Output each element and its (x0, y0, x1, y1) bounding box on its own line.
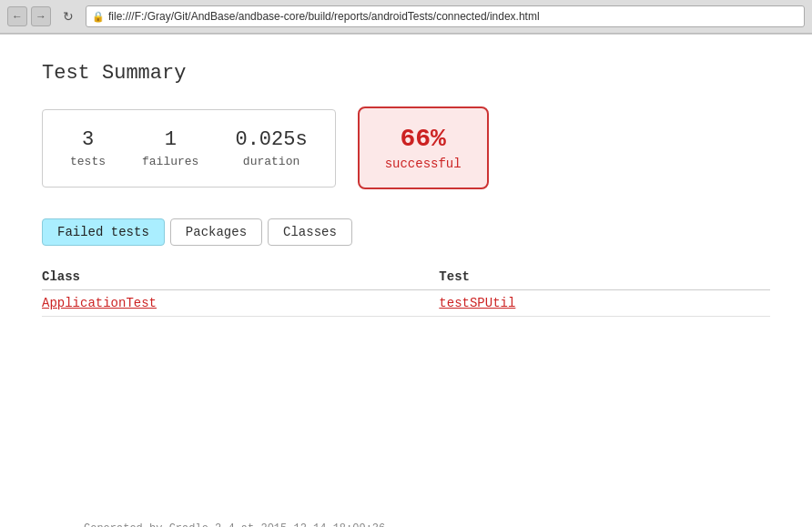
duration-label: duration (243, 155, 299, 168)
tab-classes[interactable]: Classes (268, 218, 352, 246)
results-table: Class Test ApplicationTest testSPUtil (42, 264, 770, 317)
col-header-test: Test (439, 264, 770, 290)
page-content: Test Summary 3 tests 1 failures 0.025s d… (0, 35, 812, 527)
forward-button[interactable]: → (31, 6, 51, 26)
footer-prefix: Generated by (84, 522, 169, 527)
address-url: file:///F:/Gray/Git/AndBase/andbase-core… (108, 10, 540, 23)
summary-section: 3 tests 1 failures 0.025s duration 66% s… (42, 106, 770, 189)
tests-count: 3 (82, 128, 94, 151)
col-header-class: Class (42, 264, 439, 290)
nav-buttons: ← → (7, 6, 51, 26)
back-button[interactable]: ← (7, 6, 27, 26)
tab-packages[interactable]: Packages (170, 218, 262, 246)
page-footer: Generated by Gradle 2.4 at 2015-12-14 18… (84, 522, 385, 527)
failures-label: failures (142, 155, 198, 168)
success-box: 66% successful (358, 106, 489, 189)
browser-chrome: ← → ↻ 🔒 file:///F:/Gray/Git/AndBase/andb… (0, 0, 812, 35)
page-wrapper: Test Summary 3 tests 1 failures 0.025s d… (42, 62, 770, 527)
test-name-link[interactable]: testSPUtil (439, 296, 515, 310)
stats-box: 3 tests 1 failures 0.025s duration (42, 109, 336, 187)
success-label: successful (385, 157, 462, 171)
class-name-cell: ApplicationTest (42, 290, 439, 317)
duration-value: 0.025s (235, 128, 307, 151)
test-name-cell: testSPUtil (439, 290, 770, 317)
address-bar[interactable]: 🔒 file:///F:/Gray/Git/AndBase/andbase-co… (86, 5, 805, 27)
refresh-button[interactable]: ↻ (58, 6, 78, 26)
browser-toolbar: ← → ↻ 🔒 file:///F:/Gray/Git/AndBase/andb… (0, 0, 812, 34)
stat-failures: 1 failures (142, 128, 198, 168)
success-percent: 66% (400, 125, 445, 153)
failures-count: 1 (165, 128, 177, 151)
tab-failed-tests[interactable]: Failed tests (42, 218, 165, 246)
class-name-link[interactable]: ApplicationTest (42, 296, 157, 310)
page-title: Test Summary (42, 62, 770, 85)
stat-duration: 0.025s duration (235, 128, 307, 168)
footer-suffix: at 2015-12-14 18:09:36 (235, 522, 386, 527)
tests-label: tests (70, 155, 106, 168)
stat-tests: 3 tests (70, 128, 106, 168)
gradle-link[interactable]: Gradle 2.4 (169, 522, 235, 527)
address-icon: 🔒 (92, 11, 105, 23)
tabs-section: Failed tests Packages Classes (42, 218, 770, 246)
table-row: ApplicationTest testSPUtil (42, 290, 770, 317)
